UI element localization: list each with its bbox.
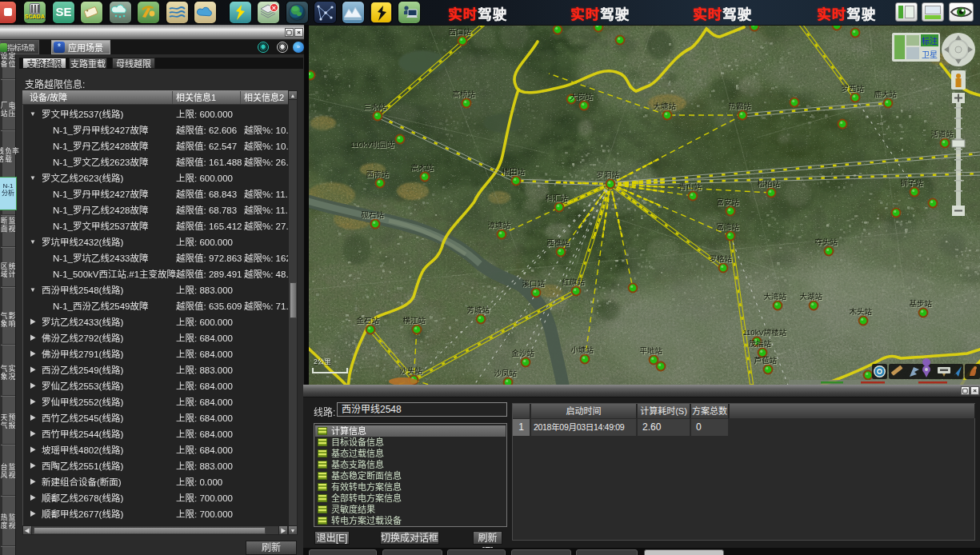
- svg-text:青山站: 青山站: [679, 182, 702, 191]
- svg-text:大湖站: 大湖站: [800, 292, 823, 301]
- svg-text:富湾站: 富湾站: [717, 222, 740, 231]
- svg-text:基步站: 基步站: [910, 299, 933, 308]
- svg-text:红旗站: 红旗站: [562, 278, 586, 286]
- svg-text:罗西站: 罗西站: [842, 84, 865, 93]
- svg-text:罗洞站: 罗洞站: [597, 170, 620, 179]
- svg-text:西南站: 西南站: [366, 170, 390, 178]
- svg-text:热霸站: 热霸站: [729, 102, 752, 110]
- svg-text:小塘站: 小塘站: [571, 345, 594, 354]
- svg-text:西口站: 西口站: [449, 27, 472, 36]
- svg-text:2公里: 2公里: [314, 357, 331, 365]
- svg-text:科汇站: 科汇站: [546, 194, 569, 202]
- svg-text:卫星: 卫星: [922, 50, 938, 59]
- svg-text:大塘站: 大塘站: [654, 102, 677, 110]
- svg-text:三水站: 三水站: [364, 102, 387, 111]
- svg-text:横江站: 横江站: [403, 316, 426, 325]
- svg-text:楼田站: 楼田站: [502, 167, 526, 176]
- svg-text:夺头站: 夺头站: [815, 238, 838, 246]
- svg-text:芦苞站: 芦苞站: [754, 356, 778, 365]
- svg-text:松柏站: 松柏站: [758, 179, 781, 188]
- svg-text:金石站: 金石站: [357, 316, 380, 325]
- svg-text:西樵站: 西樵站: [547, 238, 570, 247]
- svg-text:芳城站: 芳城站: [467, 305, 490, 314]
- svg-text:罗格站: 罗格站: [710, 254, 733, 263]
- svg-text:110kV牌楼站: 110kV牌楼站: [743, 328, 787, 337]
- svg-text:狮子站: 狮子站: [901, 178, 924, 187]
- svg-text:大湾站: 大湾站: [764, 292, 787, 301]
- svg-text:高桥站: 高桥站: [453, 90, 476, 98]
- svg-text:标注: 标注: [922, 36, 938, 46]
- svg-text:大岗站: 大岗站: [570, 92, 594, 101]
- svg-text:富安站: 富安站: [717, 198, 740, 206]
- svg-text:溪口站: 溪口站: [522, 279, 546, 288]
- svg-text:漳塘站: 漳塘站: [488, 221, 511, 230]
- svg-text:沙凤站: 沙凤站: [494, 369, 518, 377]
- svg-text:木头站: 木头站: [850, 307, 873, 316]
- svg-text:沙头站: 沙头站: [400, 366, 423, 375]
- svg-text:平地站: 平地站: [640, 346, 663, 355]
- svg-text:活道站: 活道站: [931, 130, 954, 138]
- svg-text:鹿大站: 鹿大站: [874, 90, 898, 98]
- svg-text:110kV桃园站: 110kV桃园站: [350, 140, 394, 149]
- svg-text:金沙站: 金沙站: [512, 349, 535, 357]
- svg-text:高木站: 高木站: [411, 163, 434, 172]
- svg-text:茂福站: 茂福站: [749, 339, 772, 348]
- svg-text:砚石站: 砚石站: [362, 210, 385, 219]
